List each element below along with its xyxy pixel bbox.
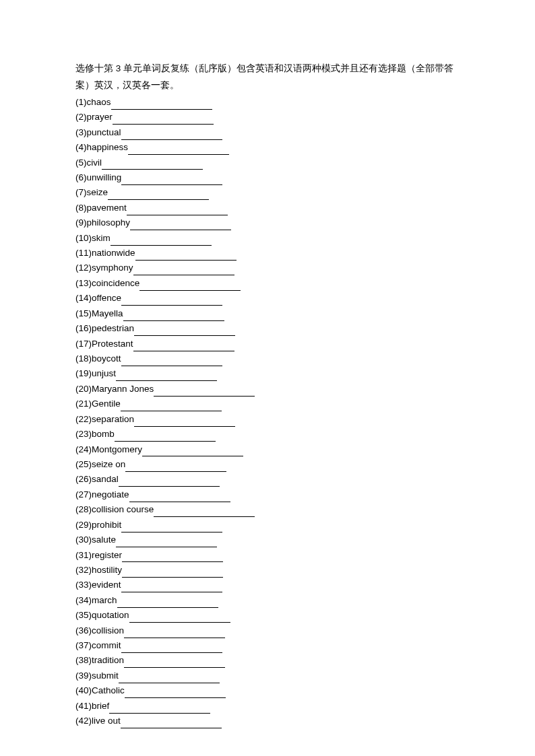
vocabulary-item: (14)offence: [75, 291, 468, 306]
answer-blank[interactable]: [128, 145, 229, 155]
item-number: (36): [75, 624, 92, 638]
item-word: commit: [92, 639, 121, 653]
answer-blank[interactable]: [121, 176, 222, 185]
item-word: unjust: [92, 367, 116, 381]
vocabulary-item: (7)seize: [75, 186, 468, 200]
item-word: Gentile: [92, 397, 121, 411]
item-number: (13): [75, 277, 92, 291]
answer-blank[interactable]: [108, 191, 209, 200]
item-word: negotiate: [92, 488, 129, 502]
item-number: (24): [75, 443, 92, 457]
item-word: collision: [92, 624, 124, 638]
answer-blank[interactable]: [134, 417, 235, 427]
item-number: (42): [75, 714, 92, 728]
item-number: (41): [75, 699, 92, 714]
answer-blank[interactable]: [111, 100, 212, 110]
answer-blank[interactable]: [117, 598, 218, 608]
item-word: march: [92, 594, 117, 608]
item-number: (8): [75, 201, 87, 215]
item-word: civil: [87, 156, 102, 170]
answer-blank[interactable]: [121, 719, 222, 728]
answer-blank[interactable]: [121, 523, 222, 532]
answer-blank[interactable]: [133, 342, 234, 351]
answer-blank[interactable]: [121, 131, 222, 140]
vocabulary-item: (11)nationwide: [75, 246, 468, 261]
vocabulary-item: (6)unwilling: [75, 171, 468, 185]
answer-blank[interactable]: [115, 432, 216, 442]
item-number: (3): [75, 126, 87, 140]
answer-blank[interactable]: [119, 477, 220, 487]
answer-blank[interactable]: [116, 372, 217, 381]
answer-blank[interactable]: [135, 251, 237, 261]
item-word: seize on: [92, 458, 125, 472]
vocabulary-item: (19)unjust: [75, 367, 468, 381]
item-number: (33): [75, 578, 92, 592]
worksheet-title-line2: 案）英汉，汉英各一套。: [75, 79, 468, 93]
answer-blank[interactable]: [113, 115, 214, 125]
answer-blank[interactable]: [134, 327, 235, 336]
answer-blank[interactable]: [121, 296, 222, 306]
answer-blank[interactable]: [139, 281, 241, 291]
item-word: salute: [92, 533, 116, 547]
vocabulary-item: (30)salute: [75, 533, 468, 547]
vocabulary-item: (2)prayer: [75, 110, 468, 125]
answer-blank[interactable]: [116, 538, 217, 547]
item-number: (4): [75, 141, 87, 155]
answer-blank[interactable]: [125, 689, 226, 698]
item-word: skim: [92, 232, 111, 246]
item-word: offence: [92, 291, 121, 306]
item-word: coincidence: [92, 277, 139, 291]
item-word: tradition: [92, 654, 124, 668]
answer-blank[interactable]: [111, 236, 212, 246]
item-number: (37): [75, 639, 92, 653]
item-number: (38): [75, 654, 92, 668]
item-number: (27): [75, 488, 92, 502]
answer-blank[interactable]: [142, 447, 243, 456]
answer-blank[interactable]: [133, 266, 234, 275]
item-word: seize: [87, 186, 108, 200]
answer-blank[interactable]: [154, 387, 255, 397]
item-word: philosophy: [87, 216, 131, 230]
answer-blank[interactable]: [123, 312, 224, 321]
answer-blank[interactable]: [122, 568, 223, 578]
answer-blank[interactable]: [119, 674, 220, 683]
vocabulary-item: (21)Gentile: [75, 397, 468, 411]
item-word: boycott: [92, 352, 121, 366]
item-word: quotation: [92, 609, 129, 623]
answer-blank[interactable]: [121, 357, 222, 366]
answer-blank[interactable]: [102, 160, 203, 170]
answer-blank[interactable]: [121, 402, 222, 411]
item-word: live out: [92, 714, 121, 728]
answer-blank[interactable]: [122, 553, 223, 562]
vocabulary-item: (12)symphony: [75, 261, 468, 275]
vocabulary-item: (23)bomb: [75, 427, 468, 442]
item-word: Mayella: [92, 307, 123, 321]
answer-blank[interactable]: [109, 704, 210, 714]
vocabulary-item: (13)coincidence: [75, 277, 468, 291]
item-number: (16): [75, 322, 92, 336]
answer-blank[interactable]: [154, 508, 255, 517]
item-word: pedestrian: [92, 322, 134, 336]
vocabulary-item: (35)quotation: [75, 609, 468, 623]
vocabulary-item: (31)register: [75, 549, 468, 563]
answer-blank[interactable]: [124, 629, 225, 638]
answer-blank[interactable]: [129, 493, 230, 502]
item-number: (11): [75, 246, 92, 261]
answer-blank[interactable]: [121, 583, 222, 592]
vocabulary-item: (39)submit: [75, 669, 468, 683]
vocabulary-item: (1)chaos: [75, 96, 468, 110]
item-number: (2): [75, 110, 87, 125]
item-number: (9): [75, 216, 87, 230]
answer-blank[interactable]: [125, 462, 226, 472]
vocabulary-item: (8)pavement: [75, 201, 468, 215]
answer-blank[interactable]: [130, 221, 231, 230]
answer-blank[interactable]: [127, 206, 228, 215]
vocabulary-item: (33)evident: [75, 578, 468, 592]
vocabulary-item: (24)Montgomery: [75, 443, 468, 457]
item-word: prayer: [87, 110, 113, 125]
answer-blank[interactable]: [124, 658, 225, 668]
item-word: chaos: [87, 96, 111, 110]
item-number: (15): [75, 307, 92, 321]
answer-blank[interactable]: [129, 613, 230, 623]
answer-blank[interactable]: [121, 644, 222, 653]
